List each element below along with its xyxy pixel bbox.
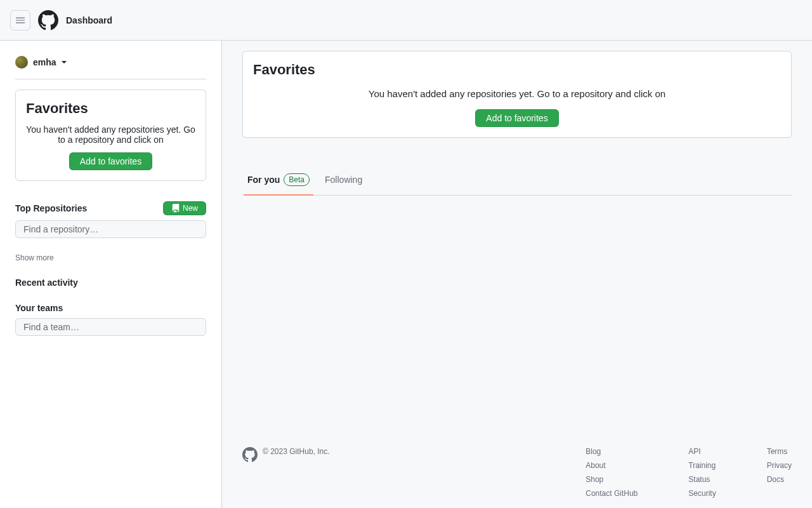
tab-for-you[interactable]: For you Beta	[247, 168, 310, 195]
repository-search-input[interactable]	[15, 220, 206, 238]
footer-link-terms[interactable]: Terms	[767, 447, 792, 456]
footer-col-3: Terms Privacy Docs	[767, 447, 792, 498]
feed-tabs: For you Beta Following	[247, 168, 792, 196]
footer-link-security[interactable]: Security	[688, 489, 716, 498]
main-add-to-favorites-button[interactable]: Add to favorites	[475, 109, 558, 127]
hamburger-menu-button[interactable]	[10, 10, 30, 30]
show-more-link[interactable]: Show more	[15, 253, 206, 262]
footer-link-blog[interactable]: Blog	[586, 447, 638, 456]
user-switcher[interactable]: emha	[15, 56, 206, 79]
tab-following[interactable]: Following	[325, 168, 362, 195]
github-mark-icon	[242, 447, 258, 462]
sidebar-favorites-title: Favorites	[26, 100, 195, 117]
beta-badge: Beta	[284, 173, 310, 186]
avatar	[15, 56, 28, 69]
top-repositories-title: Top Repositories	[15, 203, 87, 213]
page-title: Dashboard	[66, 15, 112, 25]
footer-link-privacy[interactable]: Privacy	[767, 461, 792, 470]
hamburger-icon	[15, 15, 25, 25]
team-search-input[interactable]	[15, 318, 206, 336]
footer-col-1: Blog About Shop Contact GitHub	[586, 447, 638, 498]
new-repository-button[interactable]: New	[163, 201, 206, 215]
footer-link-api[interactable]: API	[688, 447, 716, 456]
footer-link-contact[interactable]: Contact GitHub	[586, 489, 638, 498]
main-favorites-card: Favorites You haven't added any reposito…	[242, 51, 792, 138]
sidebar-favorites-message: You haven't added any repositories yet. …	[26, 124, 195, 145]
tab-following-label: Following	[325, 175, 362, 185]
repo-icon	[171, 204, 180, 213]
main-content: Favorites You haven't added any reposito…	[222, 41, 812, 508]
github-logo[interactable]	[38, 10, 58, 30]
footer-link-shop[interactable]: Shop	[586, 475, 638, 484]
tab-for-you-label: For you	[247, 175, 280, 185]
main-favorites-message: You haven't added any repositories yet. …	[253, 88, 781, 99]
sidebar-favorites-card: Favorites You haven't added any reposito…	[15, 90, 206, 181]
user-name: emha	[33, 57, 56, 67]
app-header: Dashboard	[0, 0, 812, 41]
footer: © 2023 GitHub, Inc. Blog About Shop Cont…	[242, 432, 792, 508]
sidebar-add-to-favorites-button[interactable]: Add to favorites	[69, 152, 152, 170]
new-button-label: New	[183, 204, 198, 213]
your-teams-title: Your teams	[15, 303, 206, 313]
footer-link-docs[interactable]: Docs	[767, 475, 792, 484]
footer-link-about[interactable]: About	[586, 461, 638, 470]
main-favorites-title: Favorites	[253, 62, 781, 78]
caret-down-icon	[62, 61, 67, 64]
sidebar: emha Favorites You haven't added any rep…	[0, 41, 222, 508]
footer-link-status[interactable]: Status	[688, 475, 716, 484]
recent-activity-title: Recent activity	[15, 277, 206, 288]
footer-link-training[interactable]: Training	[688, 461, 716, 470]
footer-col-2: API Training Status Security	[688, 447, 716, 498]
github-mark-icon	[38, 10, 58, 30]
copyright-text: © 2023 GitHub, Inc.	[263, 447, 330, 456]
